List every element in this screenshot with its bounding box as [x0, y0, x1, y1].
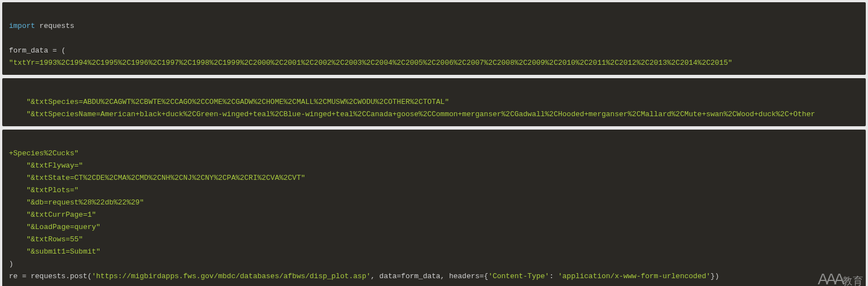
string-literal: "&txtState=CT%2CDE%2CMA%2CMD%2CNH%2CNJ%2…	[26, 174, 305, 182]
string-literal: "&txtPlots="	[26, 186, 79, 194]
string-literal: "txtYr=1993%2C1994%2C1995%2C1996%2C1997%…	[9, 59, 732, 67]
code-line: "&submit1=Submit"	[9, 247, 101, 256]
code-line: "&LoadPage=query"	[9, 223, 101, 231]
code-line: "&txtSpecies=ABDU%2CAGWT%2CBWTE%2CCAGO%2…	[9, 98, 449, 106]
code-line: "&txtFlyway="	[9, 161, 83, 170]
keyword-import: import	[9, 22, 35, 30]
close-paren: )	[9, 260, 13, 268]
open-paren: (	[61, 46, 66, 55]
code-block-2: "&txtSpecies=ABDU%2CAGWT%2CBWTE%2CCAGO%2…	[2, 78, 866, 126]
function-call: re = requests.post(	[9, 272, 92, 280]
string-literal: "&txtSpecies=ABDU%2CAGWT%2CBWTE%2CCAGO%2…	[26, 98, 449, 106]
args-separator: , data=form_data, headers={	[371, 272, 489, 280]
watermark-logo: AAA	[818, 270, 842, 286]
code-line: )	[9, 260, 13, 268]
string-literal: "&submit1=Submit"	[26, 247, 101, 256]
string-literal: "&db=request%28%22db%22%29"	[26, 198, 144, 207]
code-line: "&txtCurrPage=1"	[9, 211, 96, 219]
colon: :	[549, 272, 558, 280]
watermark: AAA教育	[818, 270, 864, 286]
string-literal: "&txtRows=55"	[26, 235, 83, 244]
string-literal: +Species%2Cucks"	[9, 149, 79, 158]
string-literal: "&LoadPage=query"	[26, 223, 101, 231]
module-name: requests	[35, 22, 74, 30]
code-line: "&db=request%28%22db%22%29"	[9, 198, 144, 207]
code-line: "&txtRows=55"	[9, 235, 83, 244]
watermark-label: 教育	[842, 275, 864, 286]
code-line: "&txtSpeciesName=American+black+duck%2CG…	[9, 110, 815, 118]
code-line: "&txtPlots="	[9, 186, 79, 194]
string-literal: 'https://migbirdapps.fws.gov/mbdc/databa…	[92, 272, 370, 280]
code-line: "&txtState=CT%2CDE%2CMA%2CMD%2CNH%2CNJ%2…	[9, 174, 306, 182]
code-line: +Species%2Cucks"	[9, 149, 79, 158]
code-line: import requests	[9, 22, 74, 30]
code-block-1: import requests form_data = ( "txtYr=199…	[2, 2, 866, 75]
string-literal: 'Content-Type'	[488, 272, 549, 280]
string-literal: "&txtFlyway="	[26, 161, 83, 170]
string-literal: "&txtCurrPage=1"	[26, 211, 96, 219]
variable-assign: form_data =	[9, 46, 61, 55]
code-line: re = requests.post('https://migbirdapps.…	[9, 272, 719, 280]
code-block-3: +Species%2Cucks" "&txtFlyway=" "&txtStat…	[2, 130, 866, 286]
code-line: form_data = (	[9, 46, 65, 55]
string-literal: "&txtSpeciesName=American+black+duck%2CG…	[26, 110, 815, 118]
close-call: })	[710, 272, 719, 280]
string-literal: 'application/x-www-form-urlencoded'	[558, 272, 710, 280]
